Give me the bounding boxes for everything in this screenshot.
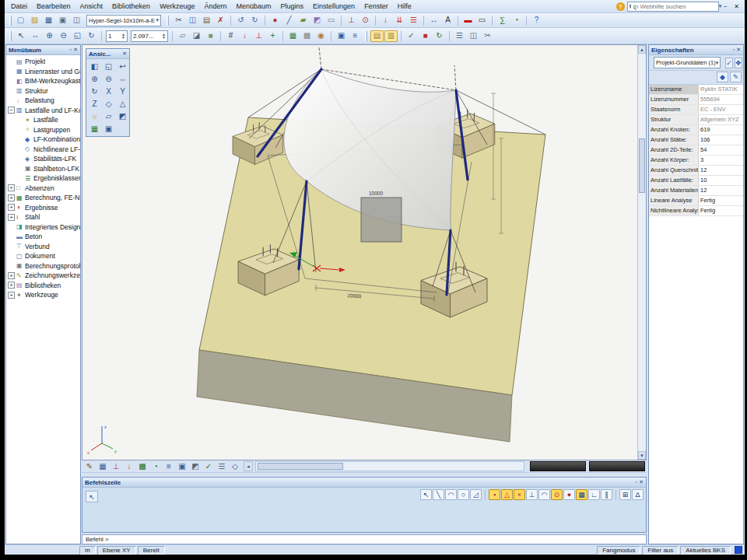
perspective-icon[interactable]: △ <box>116 98 129 110</box>
toolbar-grip[interactable] <box>9 16 12 26</box>
tree-item-belastung[interactable]: ↓Belastung <box>6 96 80 106</box>
clipping-icon[interactable]: ▣ <box>102 123 115 135</box>
tree-item-bim-werkzeugkasten[interactable]: ◧BIM-Werkzeugkasten <box>6 76 80 86</box>
close-icon[interactable]: ✕ <box>736 47 741 53</box>
show-axes-icon[interactable]: + <box>266 30 279 42</box>
line-color-icon[interactable]: ▬ <box>461 15 475 26</box>
zoom-all-icon[interactable]: ◧ <box>88 61 101 72</box>
tree-item-stahl[interactable]: +IStahl <box>6 212 80 222</box>
open-icon[interactable]: ▧ <box>28 15 41 26</box>
snap-intersection-icon[interactable]: × <box>514 489 525 500</box>
property-row-anzahl-koerper[interactable]: Anzahl Körper:3 <box>649 156 743 166</box>
print-icon[interactable]: ▣ <box>56 15 69 26</box>
snap-grid-icon[interactable]: ▦ <box>576 489 587 500</box>
edit-mode-icon[interactable]: ✎ <box>83 461 96 472</box>
plus-expander-icon[interactable]: + <box>8 194 15 201</box>
polyline-tool-icon[interactable]: ◿ <box>470 489 482 500</box>
rotate-view-icon[interactable]: ↻ <box>85 30 98 42</box>
supports-tab-icon[interactable]: ⊥ <box>110 461 122 472</box>
minus-expander-icon[interactable]: − <box>8 107 15 114</box>
plus-expander-icon[interactable]: + <box>8 272 15 279</box>
wireframe-icon[interactable]: ▱ <box>102 110 115 122</box>
toolbar-grip[interactable] <box>167 16 169 26</box>
property-row-anzahl-materialien[interactable]: Anzahl Materialien:12 <box>649 186 743 196</box>
geometry-tab-icon[interactable]: ▦ <box>96 461 109 472</box>
screenshot-icon[interactable]: ◫ <box>467 30 480 42</box>
calculate-icon[interactable]: ∑ <box>496 15 509 26</box>
close-icon[interactable]: ✕ <box>73 47 78 53</box>
grid-icon[interactable]: ▩ <box>300 30 314 42</box>
line-style-icon[interactable]: ▭ <box>475 15 489 26</box>
circle-tool-icon[interactable]: ○ <box>458 489 469 500</box>
tree-item-zeichnungswerkzeuge[interactable]: +✎Zeichnungswerkzeuge <box>6 271 80 281</box>
zoom-in-icon[interactable]: ⊕ <box>43 30 56 42</box>
close-button[interactable]: ✕ <box>731 3 742 10</box>
wireframe-icon[interactable]: ▱ <box>176 30 189 42</box>
print-preview-icon[interactable]: ◫ <box>70 15 83 26</box>
paint-icon[interactable]: ◆ <box>717 72 728 82</box>
toolbar-grip[interactable] <box>9 31 12 41</box>
tree-item-lastgruppen[interactable]: ✧Lastgruppen <box>6 125 80 135</box>
tree-item-stabilitaets-lfk[interactable]: ◈Stabilitäts-LFK <box>6 154 80 164</box>
pointer-icon[interactable]: ↖ <box>15 30 28 42</box>
command-input[interactable]: Befehl > <box>82 534 647 544</box>
save-model-icon[interactable]: ▥ <box>384 30 398 42</box>
scroll-down-icon[interactable]: ▼ <box>638 451 646 460</box>
tree-item-dokument[interactable]: ▢Dokument <box>6 251 80 261</box>
solid-icon[interactable]: ◩ <box>310 15 324 26</box>
workplane-icon[interactable]: ▦ <box>286 30 300 42</box>
tree-item-verbund[interactable]: ⊤Verbund <box>6 242 80 252</box>
snap-tangent-icon[interactable]: ◠ <box>538 489 550 500</box>
menu-datei[interactable]: Datei <box>6 2 32 11</box>
viewport-hscrollbar[interactable] <box>255 461 524 471</box>
plus-expander-icon[interactable]: + <box>8 204 15 211</box>
tree-item-struktur[interactable]: ▥Struktur <box>6 86 80 96</box>
vscroll-thumb[interactable] <box>639 138 645 193</box>
line-load-icon[interactable]: ⇊ <box>393 15 406 26</box>
tree-item-absenzen[interactable]: +□Absenzen <box>6 184 80 194</box>
rendered-icon[interactable]: ■ <box>204 30 217 42</box>
workplane-icon[interactable]: ▦ <box>88 123 101 135</box>
check-icon[interactable]: ✓ <box>405 30 418 42</box>
tree-item-projekt[interactable]: ▤Projekt <box>6 57 80 67</box>
snap-endpoint-icon[interactable]: ▪ <box>489 489 500 500</box>
tree-item-lastfaelle-und-lf-kombination[interactable]: −▥Lastfälle und LF-Kombination <box>6 106 80 116</box>
menu-menuebaum[interactable]: Menübaum <box>232 2 276 11</box>
scroll-left-button[interactable]: ◂ <box>244 461 253 471</box>
pin-icon[interactable]: ▫ <box>733 47 735 53</box>
command-log[interactable]: ↖ ↖╲◠○◿▪△×⊥◠⊙●▦∟∥⊞Δ <box>82 488 646 532</box>
paste-icon[interactable]: ▤ <box>200 15 213 26</box>
isometric-icon[interactable]: ◇ <box>102 98 115 110</box>
help-icon[interactable]: ? <box>616 2 625 11</box>
save-icon[interactable]: ▦ <box>42 15 55 26</box>
list-tab-icon[interactable]: ☰ <box>216 461 228 472</box>
zoom-out-icon[interactable]: ⊖ <box>102 73 115 85</box>
snap-perpendicular-icon[interactable]: ⊥ <box>526 489 538 500</box>
check-tab-icon[interactable]: ✓ <box>202 461 215 472</box>
numbering-icon[interactable]: # <box>224 30 237 42</box>
tree-item-lastfaelle[interactable]: ✦Lastfälle <box>6 115 80 125</box>
plus-expander-icon[interactable]: + <box>8 292 15 299</box>
view-y-icon[interactable]: Y <box>116 86 129 97</box>
pin-icon[interactable]: ▫ <box>636 479 637 485</box>
tree-item-berechnungsprotokoll[interactable]: ▣Berechnungsprotokoll <box>6 261 80 271</box>
property-row-lizenzname[interactable]: LizenznameRyklin STATIK <box>649 85 743 95</box>
new-icon[interactable]: ▢ <box>14 15 27 26</box>
new-view-icon[interactable]: ▣ <box>335 30 348 42</box>
property-row-anzahl-knoten[interactable]: Anzahl Knoten:619 <box>649 125 743 135</box>
tree-item-ergebnisse[interactable]: +◑Ergebnisse <box>6 203 80 213</box>
results-tab-icon[interactable]: ◔ <box>149 461 162 472</box>
snap-guides-icon[interactable]: ∥ <box>601 489 612 500</box>
options-icon[interactable]: ☰ <box>453 30 466 42</box>
menu-aendern[interactable]: Ändern <box>199 2 231 11</box>
stop-icon[interactable]: ■ <box>419 30 432 42</box>
results-icon[interactable]: ◔ <box>510 15 523 26</box>
pin-icon[interactable]: ▫ <box>70 47 72 53</box>
snap-center-icon[interactable]: ⊙ <box>551 489 563 500</box>
tree-item-werkzeuge[interactable]: +✦Werkzeuge <box>6 290 80 300</box>
pan-icon[interactable]: ⇔ <box>29 30 42 42</box>
property-row-anzahl-lastfaelle[interactable]: Anzahl Lastfälle:10 <box>649 176 743 186</box>
model-combo[interactable]: Hyper-Segel-10x10m-a-E ▾ <box>86 15 161 26</box>
zoom-out-icon[interactable]: ⊖ <box>57 30 70 42</box>
menu-hilfe[interactable]: Hilfe <box>393 2 416 11</box>
